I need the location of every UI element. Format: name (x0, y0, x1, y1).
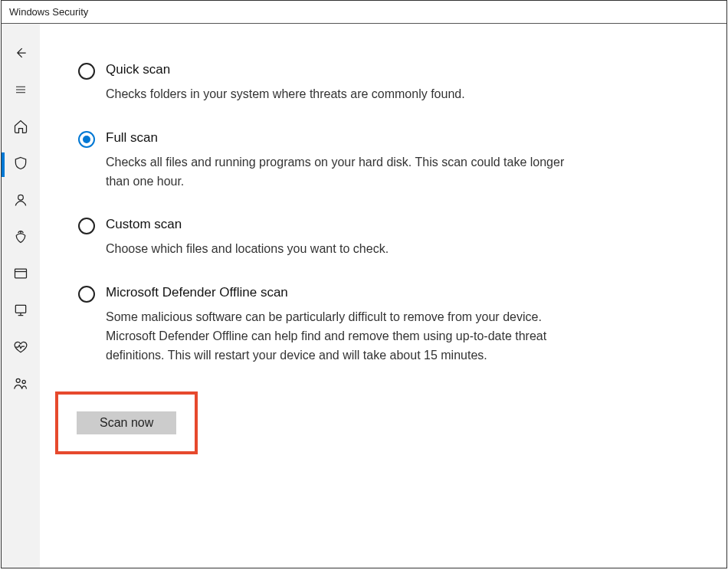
svg-point-3 (16, 378, 20, 382)
option-text: Quick scan Checks folders in your system… (106, 62, 569, 104)
scan-now-button[interactable]: Scan now (77, 411, 176, 434)
scan-option-full[interactable]: Full scan Checks all files and running p… (78, 130, 569, 192)
window-title: Windows Security (9, 6, 88, 18)
option-text: Full scan Checks all files and running p… (106, 130, 569, 192)
nav-family-options[interactable] (2, 367, 40, 404)
body: Quick scan Checks folders in your system… (2, 24, 726, 568)
hamburger-icon (14, 83, 28, 100)
option-description: Checks folders in your system where thre… (106, 85, 569, 104)
menu-button[interactable] (2, 73, 40, 110)
scan-option-quick[interactable]: Quick scan Checks folders in your system… (78, 62, 569, 104)
svg-point-4 (22, 380, 25, 383)
nav-app-browser[interactable] (2, 257, 40, 293)
titlebar: Windows Security (2, 1, 726, 24)
main-content: Quick scan Checks folders in your system… (40, 24, 726, 568)
radio-full-scan[interactable] (78, 131, 95, 148)
option-description: Checks all files and running programs on… (106, 153, 569, 192)
svg-point-0 (18, 195, 24, 200)
account-icon (13, 192, 28, 211)
back-arrow-icon (13, 45, 28, 64)
app-window: Windows Security (1, 0, 727, 568)
svg-rect-1 (15, 269, 27, 278)
option-title: Full scan (106, 130, 569, 146)
radio-offline-scan[interactable] (78, 286, 95, 303)
scan-option-offline[interactable]: Microsoft Defender Offline scan Some mal… (78, 285, 569, 365)
nav-firewall[interactable] (2, 220, 40, 257)
nav-virus-protection[interactable] (2, 146, 40, 183)
family-icon (13, 376, 28, 395)
svg-rect-2 (15, 305, 25, 313)
shield-icon (13, 156, 28, 174)
radio-custom-scan[interactable] (78, 218, 95, 234)
nav-home[interactable] (2, 110, 40, 146)
option-text: Custom scan Choose which files and locat… (106, 217, 569, 259)
sidebar (2, 24, 40, 568)
heart-icon (13, 339, 28, 358)
nav-device-health[interactable] (2, 330, 40, 367)
highlight-annotation: Scan now (55, 391, 198, 454)
action-row: Scan now (78, 391, 680, 454)
radio-quick-scan[interactable] (78, 63, 95, 80)
option-title: Quick scan (106, 62, 569, 77)
option-description: Choose which files and locations you wan… (106, 240, 569, 259)
back-button[interactable] (2, 36, 40, 73)
scan-option-custom[interactable]: Custom scan Choose which files and locat… (78, 217, 569, 259)
option-description: Some malicious software can be particula… (106, 308, 569, 365)
option-text: Microsoft Defender Offline scan Some mal… (106, 285, 569, 365)
option-title: Microsoft Defender Offline scan (106, 285, 569, 300)
nav-device-security[interactable] (2, 293, 40, 330)
app-browser-icon (13, 266, 28, 284)
option-title: Custom scan (106, 217, 569, 232)
firewall-icon (13, 229, 28, 247)
nav-account-protection[interactable] (2, 183, 40, 220)
device-security-icon (13, 303, 28, 321)
home-icon (13, 119, 28, 137)
